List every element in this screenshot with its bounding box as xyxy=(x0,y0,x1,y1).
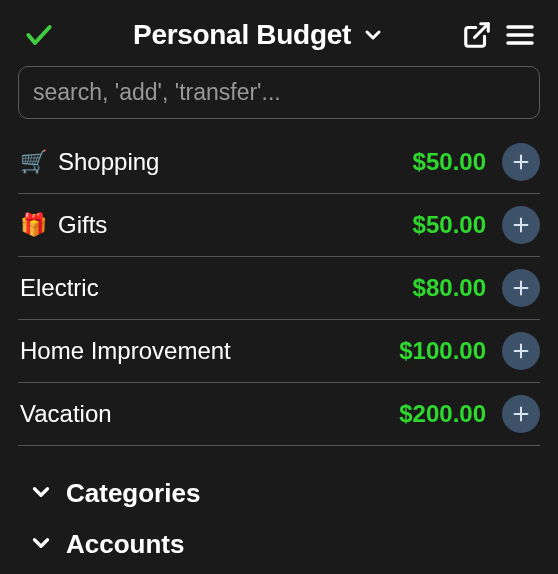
menu-icon[interactable] xyxy=(504,19,536,51)
category-amount: $50.00 xyxy=(413,148,486,176)
category-label: Gifts xyxy=(58,211,403,239)
chevron-down-icon xyxy=(28,479,54,509)
category-label: Home Improvement xyxy=(20,337,389,365)
confirm-check-icon[interactable] xyxy=(22,18,56,52)
page-title: Personal Budget xyxy=(133,19,351,51)
budget-row[interactable]: 🎁Gifts$50.00 xyxy=(18,194,540,257)
add-transaction-button[interactable] xyxy=(502,269,540,307)
budget-selector[interactable]: Personal Budget xyxy=(68,19,450,51)
section-label: Categories xyxy=(66,478,200,509)
svg-line-0 xyxy=(475,24,489,38)
section-label: Accounts xyxy=(66,529,184,560)
category-label: Shopping xyxy=(58,148,403,176)
section-toggle[interactable]: Categories xyxy=(28,468,530,519)
category-emoji-icon: 🛒 xyxy=(20,149,48,175)
budget-row[interactable]: Vacation$200.00 xyxy=(18,383,540,446)
add-transaction-button[interactable] xyxy=(502,395,540,433)
chevron-down-icon xyxy=(361,23,385,47)
search-input[interactable] xyxy=(18,66,540,119)
budget-row[interactable]: Home Improvement$100.00 xyxy=(18,320,540,383)
category-amount: $50.00 xyxy=(413,211,486,239)
add-transaction-button[interactable] xyxy=(502,206,540,244)
category-label: Vacation xyxy=(20,400,389,428)
category-label: Electric xyxy=(20,274,403,302)
category-amount: $80.00 xyxy=(413,274,486,302)
category-amount: $100.00 xyxy=(399,337,486,365)
section-toggle[interactable]: Accounts xyxy=(28,519,530,570)
external-link-icon[interactable] xyxy=(462,20,492,50)
category-amount: $200.00 xyxy=(399,400,486,428)
budget-row[interactable]: Electric$80.00 xyxy=(18,257,540,320)
budget-row[interactable]: 🛒Shopping$50.00 xyxy=(18,129,540,194)
category-emoji-icon: 🎁 xyxy=(20,212,48,238)
chevron-down-icon xyxy=(28,530,54,560)
add-transaction-button[interactable] xyxy=(502,143,540,181)
add-transaction-button[interactable] xyxy=(502,332,540,370)
